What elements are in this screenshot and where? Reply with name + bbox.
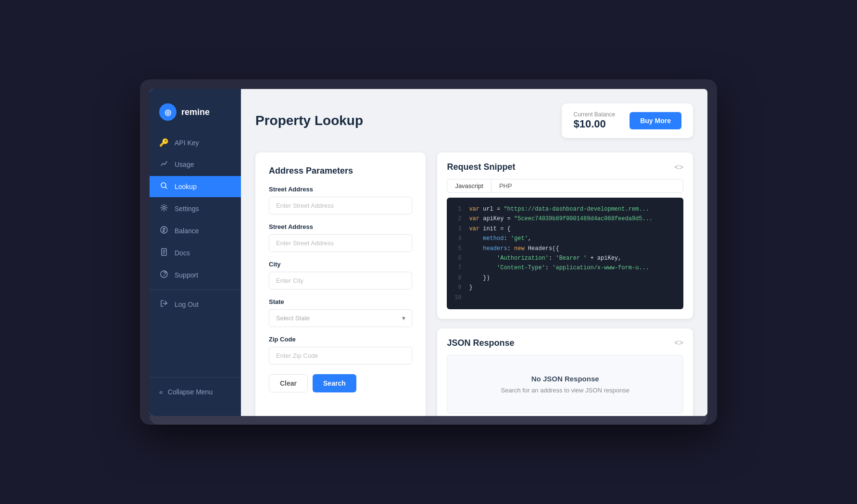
content-grid: Address Parameters Street Address Street… (255, 152, 693, 416)
json-empty-state: No JSON Response Search for an address t… (447, 355, 683, 414)
sidebar-item-label: Usage (175, 161, 194, 168)
laptop-frame: ◎ remine 🔑 API Key Usage (140, 79, 717, 425)
code-block: 1 var url = "https://data-dashboard-deve… (447, 198, 683, 309)
street2-input[interactable] (269, 234, 412, 252)
code-card-header: Request Snippet <> (447, 162, 683, 172)
sidebar-logo: ◎ remine (150, 99, 241, 132)
balance-label: Current Balance (573, 111, 615, 118)
buy-more-button[interactable]: Buy More (630, 112, 681, 129)
right-panel: Request Snippet <> Javascript PHP 1 var … (437, 152, 693, 416)
collapse-menu-button[interactable]: « Collapse Menu (150, 382, 241, 402)
zip-group: Zip Code (269, 336, 412, 365)
clear-button[interactable]: Clear (269, 374, 308, 392)
json-empty-title: No JSON Response (457, 375, 673, 383)
balance-card: Current Balance $10.00 Buy More (562, 103, 693, 138)
laptop-screen: ◎ remine 🔑 API Key Usage (150, 89, 707, 416)
collapse-icon: « (159, 388, 163, 396)
json-code-icon[interactable]: <> (674, 339, 683, 347)
state-select[interactable]: Select State Alabama Alaska Arizona Cali… (269, 309, 412, 327)
json-card-header: JSON Response <> (447, 338, 683, 348)
sidebar-item-logout[interactable]: Log Out (150, 294, 241, 315)
street1-input[interactable] (269, 197, 412, 214)
sidebar-item-docs[interactable]: Docs (150, 242, 241, 264)
search-button[interactable]: Search (313, 374, 356, 392)
svg-point-1 (163, 207, 165, 209)
balance-info: Current Balance $10.00 (573, 111, 615, 130)
code-line-8: 8 }) (454, 273, 677, 283)
sidebar-item-label: API Key (175, 139, 199, 147)
sidebar-item-lookup[interactable]: Lookup (150, 176, 241, 197)
sidebar-item-label: Log Out (175, 301, 199, 308)
sidebar-item-label: Lookup (175, 183, 197, 190)
usage-icon (159, 160, 169, 169)
code-line-5: 5 headers: new Headers({ (454, 244, 677, 253)
state-group: State Select State Alabama Alaska Arizon… (269, 298, 412, 327)
json-response-card: JSON Response <> No JSON Response Search… (437, 328, 693, 416)
sidebar-bottom: « Collapse Menu (150, 377, 241, 406)
code-line-10: 10 (454, 293, 677, 302)
sidebar-item-balance[interactable]: Balance (150, 220, 241, 241)
sidebar-item-label: Settings (175, 205, 199, 213)
code-line-2: 2 var apiKey = "5ceec74039b89f0001489d4a… (454, 214, 677, 224)
api-key-icon: 🔑 (159, 138, 169, 147)
code-line-4: 4 method: 'get', (454, 234, 677, 243)
settings-icon (159, 204, 169, 214)
code-line-9: 9 } (454, 283, 677, 292)
docs-icon (159, 248, 169, 258)
code-line-3: 3 var init = { (454, 224, 677, 234)
balance-icon (159, 226, 169, 236)
tab-javascript[interactable]: Javascript (447, 179, 492, 192)
laptop-base (150, 416, 707, 425)
laptop-notch (414, 79, 443, 83)
tab-php[interactable]: PHP (492, 179, 520, 192)
code-line-6: 6 'Authorization': 'Bearer ' + apiKey, (454, 253, 677, 263)
code-snippet-title: Request Snippet (447, 162, 515, 172)
address-parameters-card: Address Parameters Street Address Street… (255, 152, 426, 416)
code-line-7: 7 'Content-Type': 'application/x-www-for… (454, 263, 677, 273)
logo-icon: ◎ (159, 103, 176, 121)
lookup-icon (159, 182, 169, 191)
sidebar-item-api-key[interactable]: 🔑 API Key (150, 132, 241, 153)
city-label: City (269, 261, 412, 268)
logo-text: remine (181, 107, 210, 117)
sidebar: ◎ remine 🔑 API Key Usage (150, 89, 241, 416)
code-snippet-card: Request Snippet <> Javascript PHP 1 var … (437, 152, 693, 319)
page-header: Property Lookup Current Balance $10.00 B… (255, 103, 693, 138)
code-line-1: 1 var url = "https://data-dashboard-deve… (454, 204, 677, 214)
page-title: Property Lookup (255, 113, 363, 128)
zip-input[interactable] (269, 347, 412, 365)
code-tabs: Javascript PHP (447, 179, 683, 193)
form-title: Address Parameters (269, 166, 412, 176)
sidebar-nav: 🔑 API Key Usage (150, 132, 241, 372)
city-group: City (269, 261, 412, 290)
main-content: Property Lookup Current Balance $10.00 B… (241, 89, 707, 416)
city-input[interactable] (269, 272, 412, 290)
sidebar-item-label: Docs (175, 249, 190, 257)
state-label: State (269, 298, 412, 305)
sidebar-item-label: Balance (175, 227, 199, 235)
json-response-title: JSON Response (447, 338, 514, 348)
json-empty-text: Search for an address to view JSON respo… (457, 387, 673, 394)
form-actions: Clear Search (269, 374, 412, 392)
balance-amount: $10.00 (573, 118, 615, 130)
sidebar-item-support[interactable]: Support (150, 265, 241, 286)
street1-group: Street Address (269, 186, 412, 214)
logout-icon (159, 300, 169, 309)
code-icon[interactable]: <> (674, 163, 683, 172)
street2-label: Street Address (269, 223, 412, 230)
support-icon (159, 270, 169, 280)
collapse-label: Collapse Menu (168, 388, 213, 396)
street2-group: Street Address (269, 223, 412, 252)
street1-label: Street Address (269, 186, 412, 193)
sidebar-item-usage[interactable]: Usage (150, 154, 241, 175)
zip-label: Zip Code (269, 336, 412, 343)
sidebar-item-label: Support (175, 271, 198, 279)
state-select-wrapper: Select State Alabama Alaska Arizona Cali… (269, 309, 412, 327)
sidebar-item-settings[interactable]: Settings (150, 198, 241, 219)
